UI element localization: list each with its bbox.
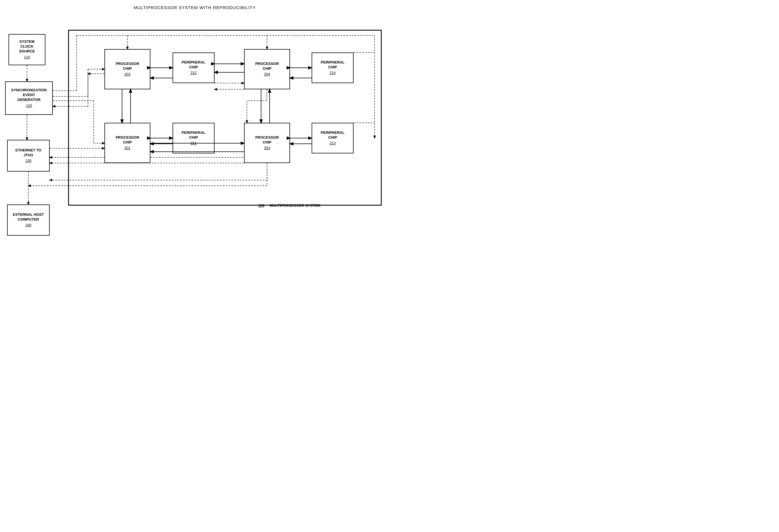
periph-213-label: PERIPHERALCHIP bbox=[321, 130, 345, 140]
proc-203-ref: 203 bbox=[264, 146, 270, 150]
proc-203-box: PROCESSORCHIP 203 bbox=[244, 123, 290, 163]
ethernet-jtag-box: ETHERNET TOJTAG 130 bbox=[7, 140, 50, 172]
external-host-ref: 180 bbox=[25, 223, 32, 228]
periph-213-box: PERIPHERALCHIP 213 bbox=[312, 123, 354, 153]
proc-202-box: PROCESSORCHIP 202 bbox=[105, 49, 151, 89]
periph-212-label: PERIPHERALCHIP bbox=[182, 60, 205, 70]
proc-204-box: PROCESSORCHIP 204 bbox=[244, 49, 290, 89]
periph-212-ref: 212 bbox=[190, 71, 197, 75]
system-clock-box: SYSTEMCLOCKSOURCE 110 bbox=[8, 34, 45, 65]
periph-214-label: PERIPHERALCHIP bbox=[321, 60, 345, 70]
system-ref-label: 100 bbox=[258, 203, 264, 208]
system-clock-ref: 110 bbox=[24, 55, 30, 60]
system-clock-label: SYSTEMCLOCKSOURCE bbox=[19, 40, 35, 54]
ethernet-jtag-label: ETHERNET TOJTAG bbox=[15, 148, 42, 158]
periph-211-label: PERIPHERALCHIP bbox=[182, 130, 205, 140]
periph-211-ref: 211 bbox=[190, 141, 197, 146]
external-host-box: EXTERNAL HOSTCOMPUTER 180 bbox=[7, 204, 50, 236]
proc-204-ref: 204 bbox=[264, 72, 270, 77]
ethernet-jtag-ref: 130 bbox=[25, 158, 32, 163]
sync-event-ref: 120 bbox=[26, 104, 32, 108]
periph-212-box: PERIPHERALCHIP 212 bbox=[173, 53, 215, 83]
periph-214-ref: 214 bbox=[329, 71, 336, 75]
periph-211-box: PERIPHERALCHIP 211 bbox=[173, 123, 215, 153]
periph-214-box: PERIPHERALCHIP 214 bbox=[312, 53, 354, 83]
sync-event-label: SYNCHRONIZATIONEVENTGENERATOR bbox=[11, 88, 47, 103]
external-host-label: EXTERNAL HOSTCOMPUTER bbox=[13, 212, 44, 222]
proc-202-ref: 202 bbox=[124, 72, 130, 77]
proc-201-label: PROCESSORCHIP bbox=[116, 135, 139, 145]
proc-201-box: PROCESSORCHIP 201 bbox=[105, 123, 151, 163]
periph-213-ref: 213 bbox=[329, 141, 336, 146]
proc-202-label: PROCESSORCHIP bbox=[116, 62, 139, 71]
page-title: MULTIPROCESSOR SYSTEM WITH REPRODUCIBILI… bbox=[0, 0, 390, 13]
system-name-label: MULTIPROCESSOR SYSTEM bbox=[269, 203, 320, 208]
sync-event-box: SYNCHRONIZATIONEVENTGENERATOR 120 bbox=[5, 81, 53, 115]
proc-203-label: PROCESSORCHIP bbox=[255, 135, 279, 145]
proc-204-label: PROCESSORCHIP bbox=[255, 62, 279, 71]
proc-201-ref: 201 bbox=[124, 146, 130, 150]
